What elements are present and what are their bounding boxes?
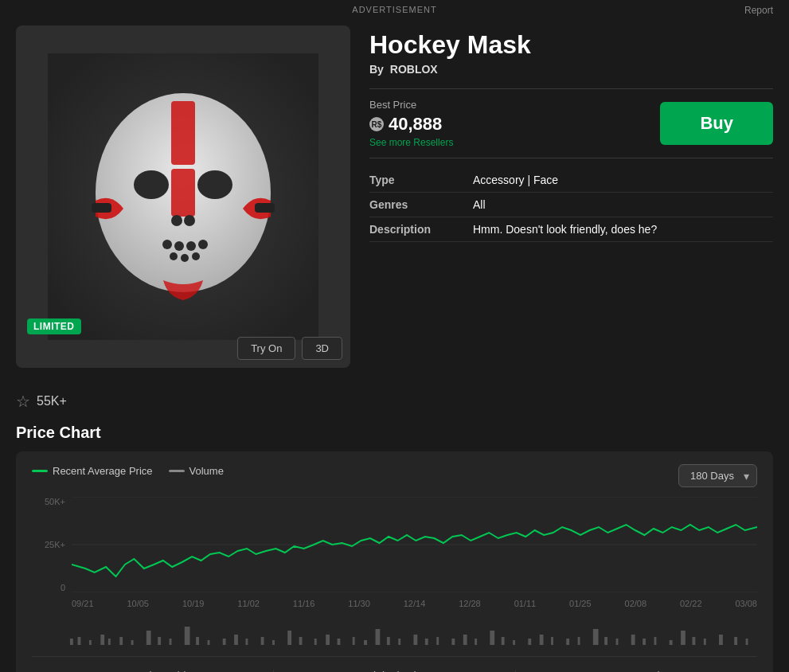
genres-row: Genres All [369,193,773,217]
svg-rect-57 [528,639,531,645]
x-label-1: 10/05 [127,599,149,608]
svg-rect-63 [604,637,607,645]
favorites-count: 55K+ [37,394,67,408]
svg-point-11 [198,240,208,249]
image-container: LIMITED Try On 3D [16,25,350,368]
svg-rect-35 [246,639,248,645]
svg-rect-44 [364,640,367,645]
svg-point-7 [184,215,195,226]
svg-point-13 [181,254,189,262]
product-image [48,53,318,340]
svg-rect-32 [208,640,210,645]
svg-rect-68 [670,640,673,645]
price-section: Best Price R$ 40,888 See more Resellers [369,99,453,148]
type-value: Accessory | Face [473,174,558,186]
svg-rect-39 [299,637,303,645]
svg-point-14 [192,252,200,260]
price-chart-title: Price Chart [16,424,773,442]
product-section: LIMITED Try On 3D Hockey Mask By ROBLOX … [0,18,789,381]
legend-avg-label: Recent Average Price [53,465,153,477]
top-bar: ADVERTISEMENT Report [0,0,789,18]
creator-name: ROBLOX [390,63,438,76]
3d-button[interactable]: 3D [302,337,342,360]
svg-rect-20 [70,639,73,645]
svg-rect-69 [681,631,685,645]
svg-point-12 [170,252,178,260]
svg-rect-38 [287,631,291,645]
chart-y-labels: 50K+ 25K+ 0 [32,497,70,592]
svg-rect-40 [314,639,317,645]
svg-rect-73 [734,637,737,645]
try-on-button[interactable]: Try On [237,337,295,360]
x-label-6: 12/14 [404,599,426,608]
svg-rect-36 [261,637,264,645]
legend-green-line [32,470,48,472]
svg-point-8 [162,240,172,249]
price-value: R$ 40,888 [369,114,453,135]
svg-rect-66 [643,639,646,645]
svg-rect-33 [223,639,226,645]
description-value: Hmm. Doesn't look friendly, does he? [473,223,657,236]
product-title: Hockey Mask [369,30,773,60]
svg-rect-50 [436,637,439,645]
svg-rect-53 [475,639,477,645]
chart-timeframe[interactable]: 30 Days 90 Days 180 Days 1 Year All Time [678,464,757,487]
report-link[interactable]: Report [744,5,773,16]
genres-key: Genres [369,198,473,211]
y-label-50k: 50K+ [32,497,65,506]
advertisement-label: ADVERTISEMENT [352,5,436,14]
svg-rect-31 [196,637,199,645]
price-buy-row: Best Price R$ 40,888 See more Resellers … [369,88,773,158]
svg-rect-49 [425,639,428,645]
svg-rect-2 [171,101,195,165]
timeframe-wrapper[interactable]: 30 Days 90 Days 180 Days 1 Year All Time [678,464,757,487]
chart-header: Recent Average Price Volume 30 Days 90 D… [32,464,757,487]
svg-rect-21 [78,637,81,645]
see-resellers[interactable]: See more Resellers [369,137,453,148]
chart-svg-area [72,497,757,592]
favorites-row: ☆ 55K+ [0,381,789,414]
legend-vol: Volume [169,465,224,477]
svg-rect-46 [387,637,390,645]
legend-vol-label: Volume [189,465,224,477]
svg-rect-16 [255,203,275,213]
svg-rect-34 [234,635,238,645]
image-buttons: Try On 3D [237,337,342,360]
x-label-12: 03/08 [735,599,757,608]
svg-rect-56 [513,640,515,645]
svg-point-9 [174,241,184,251]
type-key: Type [369,174,473,186]
svg-point-6 [171,215,182,226]
svg-rect-70 [692,637,695,645]
svg-rect-25 [119,637,123,645]
svg-rect-64 [616,639,619,645]
svg-rect-54 [490,631,494,645]
legend-avg: Recent Average Price [32,465,153,477]
svg-rect-59 [551,637,553,645]
x-label-10: 02/08 [625,599,647,608]
x-label-8: 01/11 [514,599,537,608]
volume-svg [32,615,757,647]
x-label-11: 02/22 [680,599,702,608]
y-label-25k: 25K+ [32,540,65,549]
svg-rect-71 [704,639,706,645]
svg-rect-61 [578,637,580,645]
svg-rect-48 [413,635,417,645]
x-label-0: 09/21 [72,599,94,608]
svg-rect-30 [185,627,190,645]
svg-rect-37 [272,640,275,645]
svg-rect-23 [100,635,104,645]
svg-point-10 [186,241,196,251]
price-chart-svg [72,497,757,592]
stats-row: Quantity Sold 18 Original Price N/A Aver… [32,656,757,672]
y-label-0: 0 [32,583,65,592]
x-label-5: 11/30 [348,599,370,608]
timeframe-select[interactable]: 30 Days 90 Days 180 Days 1 Year All Time [678,464,757,487]
chart-container: Recent Average Price Volume 30 Days 90 D… [16,451,773,672]
svg-rect-42 [338,639,341,645]
x-label-3: 11/02 [237,599,260,608]
buy-button[interactable]: Buy [660,102,773,145]
price-number: 40,888 [389,114,442,135]
svg-rect-51 [451,639,455,645]
details-table: Type Accessory | Face Genres All Descrip… [369,168,773,242]
